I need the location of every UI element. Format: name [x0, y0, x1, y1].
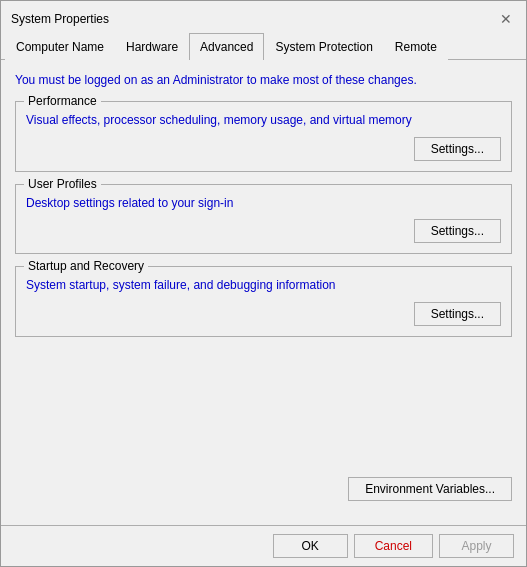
user-profiles-settings-button[interactable]: Settings... [414, 219, 501, 243]
tab-computer-name[interactable]: Computer Name [5, 33, 115, 60]
env-variables-row: Environment Variables... [15, 477, 512, 501]
ok-button[interactable]: OK [273, 534, 348, 558]
startup-recovery-description: System startup, system failure, and debu… [26, 277, 501, 294]
user-profiles-group: User Profiles Desktop settings related t… [15, 184, 512, 255]
tab-system-protection[interactable]: System Protection [264, 33, 383, 60]
cancel-button[interactable]: Cancel [354, 534, 433, 558]
user-profiles-label: User Profiles [24, 177, 101, 191]
tab-bar: Computer Name Hardware Advanced System P… [1, 33, 526, 60]
performance-group: Performance Visual effects, processor sc… [15, 101, 512, 172]
tab-content: You must be logged on as an Administrato… [1, 60, 526, 525]
performance-label: Performance [24, 94, 101, 108]
user-profiles-description: Desktop settings related to your sign-in [26, 195, 501, 212]
dialog-title: System Properties [11, 12, 109, 26]
bottom-bar: OK Cancel Apply [1, 525, 526, 566]
startup-recovery-label: Startup and Recovery [24, 259, 148, 273]
startup-recovery-settings-button[interactable]: Settings... [414, 302, 501, 326]
performance-settings-button[interactable]: Settings... [414, 137, 501, 161]
close-button[interactable]: ✕ [496, 9, 516, 29]
apply-button[interactable]: Apply [439, 534, 514, 558]
admin-notice: You must be logged on as an Administrato… [15, 72, 512, 89]
tab-remote[interactable]: Remote [384, 33, 448, 60]
performance-description: Visual effects, processor scheduling, me… [26, 112, 501, 129]
environment-variables-button[interactable]: Environment Variables... [348, 477, 512, 501]
startup-recovery-group: Startup and Recovery System startup, sys… [15, 266, 512, 337]
system-properties-dialog: System Properties ✕ Computer Name Hardwa… [0, 0, 527, 567]
tab-hardware[interactable]: Hardware [115, 33, 189, 60]
tab-advanced[interactable]: Advanced [189, 33, 264, 60]
close-icon: ✕ [500, 11, 512, 27]
title-bar: System Properties ✕ [1, 1, 526, 33]
